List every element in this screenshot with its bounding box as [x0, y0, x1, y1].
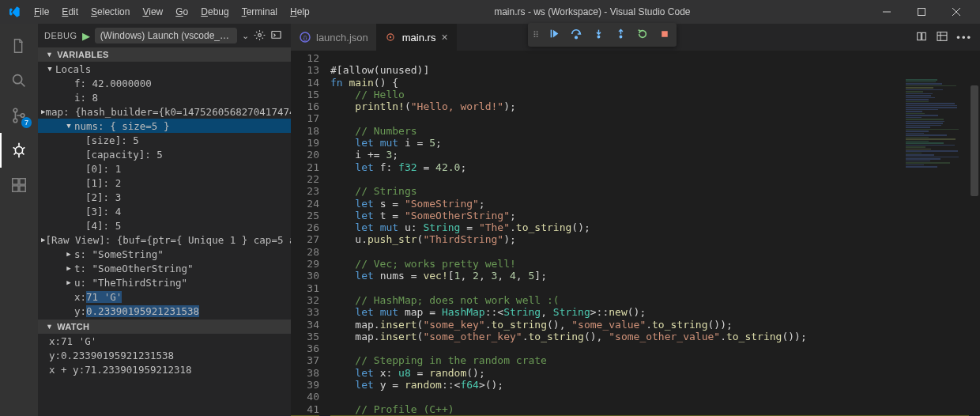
svg-rect-34: [918, 32, 922, 40]
variable-row[interactable]: y: 0.23390195921231538: [38, 304, 291, 318]
variable-row[interactable]: ▶t: "SomeOtherString": [38, 261, 291, 275]
source-control-icon[interactable]: 7: [0, 98, 38, 133]
variables-title: VARIABLES: [57, 50, 108, 59]
variable-row[interactable]: x: 71 'G': [38, 289, 291, 304]
menu-selection[interactable]: Selection: [85, 3, 135, 21]
variable-row[interactable]: [2]: 3: [38, 190, 291, 204]
code-content[interactable]: #[allow(unused)]fn main() { // Hello pri…: [330, 51, 980, 416]
svg-line-5: [21, 83, 25, 87]
tab-launch-json[interactable]: {}launch.json: [291, 24, 377, 51]
line-gutter: 1213141516171819202122232425262728293031…: [291, 51, 330, 416]
variable-row[interactable]: [0]: 1: [38, 161, 291, 176]
svg-rect-19: [20, 179, 25, 184]
stop-button[interactable]: [658, 29, 672, 41]
window-title: main.rs - ws (Workspace) - Visual Studio…: [315, 6, 869, 17]
svg-point-28: [575, 36, 578, 39]
watch-row[interactable]: x: 71 'G': [38, 334, 291, 348]
menu-bar: FileEditSelectionViewGoDebugTerminalHelp: [28, 3, 315, 21]
start-debug-button[interactable]: ▶: [82, 30, 90, 42]
debug-label: DEBUG: [44, 31, 77, 40]
svg-rect-16: [13, 179, 18, 184]
js-file-icon: {}: [299, 32, 311, 43]
layout-icon[interactable]: [936, 30, 948, 45]
svg-marker-27: [552, 30, 558, 38]
tab-main-rs[interactable]: main.rs×: [377, 24, 457, 51]
watch-header[interactable]: ▼ WATCH: [38, 320, 291, 334]
split-editor-icon[interactable]: [915, 30, 928, 45]
watch-title: WATCH: [57, 322, 89, 331]
chevron-down-icon[interactable]: ⌄: [242, 31, 249, 41]
variable-row[interactable]: [capacity]: 5: [38, 147, 291, 161]
debug-toolbar: DEBUG ▶ (Windows) Launch (vscode_debug_e…: [38, 24, 291, 47]
close-button[interactable]: [939, 0, 974, 24]
menu-go[interactable]: Go: [170, 3, 194, 21]
debug-action-bar[interactable]: ⠿: [528, 23, 677, 47]
window-controls: [869, 0, 974, 24]
menu-help[interactable]: Help: [285, 3, 315, 21]
activity-bar: 7: [0, 24, 38, 416]
variables-tree[interactable]: ▼ Locals f: 42.0000000i: 8▶map: {hash_bu…: [38, 62, 291, 318]
watch-tree[interactable]: x: 71 'G'y: 0.23390195921231538x + y: 71…: [38, 334, 291, 376]
more-icon[interactable]: •••: [956, 32, 972, 43]
debug-config-select[interactable]: (Windows) Launch (vscode_debug_exa: [95, 28, 237, 43]
variable-row[interactable]: ▶map: {hash_builder={k0=1475260568270417…: [38, 104, 291, 119]
minimap[interactable]: [906, 79, 969, 414]
scrollbar[interactable]: [969, 78, 980, 416]
chevron-down-icon: ▼: [46, 323, 53, 331]
svg-point-25: [390, 36, 391, 38]
close-icon[interactable]: ×: [441, 31, 447, 43]
maximize-button[interactable]: [904, 0, 939, 24]
code-editor[interactable]: 1213141516171819202122232425262728293031…: [291, 51, 980, 416]
svg-point-4: [13, 75, 22, 84]
variable-row[interactable]: ▶[Raw View]: {buf={ptr={ Unique 1 } cap=…: [38, 233, 291, 247]
debug-side-panel: DEBUG ▶ (Windows) Launch (vscode_debug_e…: [38, 24, 291, 416]
scrollbar-thumb[interactable]: [971, 85, 978, 196]
explorer-icon[interactable]: [0, 28, 38, 63]
variable-row[interactable]: ▼nums: { size=5 }: [38, 119, 291, 133]
svg-point-20: [258, 33, 261, 36]
step-over-button[interactable]: [569, 28, 583, 42]
menu-debug[interactable]: Debug: [195, 3, 234, 21]
menu-file[interactable]: File: [28, 3, 55, 21]
variable-row[interactable]: [3]: 4: [38, 204, 291, 218]
svg-point-30: [597, 36, 599, 37]
watch-row[interactable]: y: 0.23390195921231538: [38, 348, 291, 362]
variable-row[interactable]: f: 42.0000000: [38, 76, 291, 90]
step-into-button[interactable]: [591, 28, 605, 41]
menu-view[interactable]: View: [137, 3, 168, 21]
svg-rect-17: [13, 186, 18, 191]
menu-edit[interactable]: Edit: [56, 3, 84, 21]
step-out-button[interactable]: [613, 28, 628, 41]
scm-badge: 7: [21, 117, 32, 128]
svg-rect-36: [937, 32, 947, 40]
search-icon[interactable]: [0, 63, 38, 98]
menu-terminal[interactable]: Terminal: [236, 3, 283, 21]
drag-handle-icon[interactable]: ⠿: [533, 30, 539, 40]
minimize-button[interactable]: [869, 0, 904, 24]
watch-row[interactable]: x + y: 71.233901959212318: [38, 362, 291, 376]
svg-rect-18: [20, 186, 25, 191]
variable-row[interactable]: [1]: 2: [38, 176, 291, 190]
svg-rect-26: [550, 30, 552, 38]
continue-button[interactable]: [547, 28, 561, 41]
debug-icon[interactable]: [0, 133, 38, 168]
svg-point-32: [620, 36, 621, 37]
svg-line-11: [13, 147, 16, 149]
svg-rect-21: [272, 31, 281, 38]
svg-point-9: [15, 146, 22, 153]
variables-header[interactable]: ▼ VARIABLES: [38, 47, 291, 62]
console-icon[interactable]: [270, 29, 282, 43]
variable-row[interactable]: [4]: 5: [38, 218, 291, 233]
chevron-down-icon: ▼: [46, 51, 53, 59]
variable-row[interactable]: [size]: 5: [38, 133, 291, 147]
variable-row[interactable]: ▶s: "SomeString": [38, 247, 291, 261]
svg-rect-1: [918, 9, 925, 16]
gear-icon[interactable]: [254, 29, 266, 43]
svg-point-6: [13, 108, 17, 112]
tab-label: launch.json: [316, 32, 368, 43]
variables-scope[interactable]: ▼ Locals: [38, 62, 291, 76]
variable-row[interactable]: i: 8: [38, 90, 291, 104]
variable-row[interactable]: ▶u: "TheThirdString": [38, 275, 291, 289]
restart-button[interactable]: [635, 28, 650, 42]
extensions-icon[interactable]: [0, 168, 38, 202]
